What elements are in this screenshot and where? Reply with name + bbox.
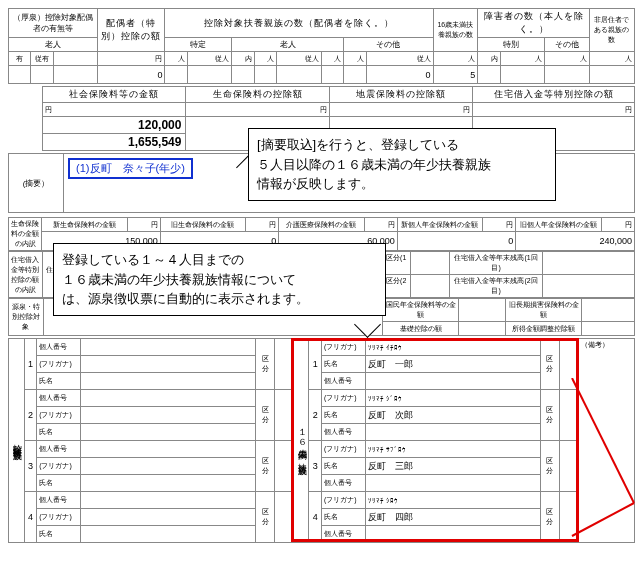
tekiyou-label: (摘要） bbox=[9, 154, 64, 213]
juutaku-breakdown-label: 住宅借入金等特別控除の額の内訳 bbox=[9, 252, 43, 298]
kojinbangou-label-r: 個人番号 bbox=[321, 526, 365, 543]
shimei-label: 氏名 bbox=[321, 356, 365, 373]
dep-furigana: ｿﾘﾏﾁ ｼﾛｳ bbox=[365, 492, 540, 509]
dep-index: 2 bbox=[24, 390, 37, 441]
furigana-label: (フリガナ) bbox=[321, 339, 365, 356]
amount1: 120,000 bbox=[42, 117, 185, 134]
dep-left-header: 控除対象扶養親族 bbox=[9, 339, 25, 543]
kojinbangou-label-r: 個人番号 bbox=[321, 475, 365, 492]
shimei-label-l: 氏名 bbox=[37, 373, 81, 390]
wedge-lines bbox=[554, 378, 639, 543]
shin-nenkin-label: 新個人年金保険料の金額 bbox=[397, 218, 482, 232]
disabled-sonota: その他 bbox=[545, 38, 590, 52]
furigana-label: (フリガナ) bbox=[321, 441, 365, 458]
svg-line-1 bbox=[572, 503, 634, 536]
spouse-sub-rojin: 老人 bbox=[9, 38, 98, 52]
shimei-label: 氏名 bbox=[321, 509, 365, 526]
kisokoujyo-label: 基礎控除の額 bbox=[382, 322, 458, 336]
svg-line-0 bbox=[572, 378, 634, 503]
kojinbangou-label-r: 個人番号 bbox=[321, 424, 365, 441]
shimei-label-l: 氏名 bbox=[37, 526, 81, 543]
seimei-uchiwake-label: 生命保険料の金額の内訳 bbox=[9, 218, 42, 251]
shimei-label: 氏名 bbox=[321, 458, 365, 475]
kubun-label: 区分 bbox=[256, 492, 275, 543]
dep-furigana: ｿﾘﾏﾁ ｻﾌﾞﾛｳ bbox=[365, 441, 540, 458]
kubun-label: 区分 bbox=[256, 390, 275, 441]
spouse-header: （厚泉）控除対象配偶者の有無等 bbox=[9, 9, 98, 38]
furigana-label-l: (フリガナ) bbox=[37, 356, 81, 373]
dependents-header: 控除対象扶養親族の数（配偶者を除く。） bbox=[165, 9, 433, 38]
amount2: 1,655,549 bbox=[42, 134, 185, 151]
dep-name: 反町 三郎 bbox=[365, 458, 540, 475]
tekiyou-content: (1)反町 奈々子(年少) bbox=[68, 158, 193, 179]
furigana-label: (フリガナ) bbox=[321, 390, 365, 407]
shin-nenkin-val: 0 bbox=[397, 232, 516, 251]
shimei-label: 氏名 bbox=[321, 407, 365, 424]
disabled-tokubetsu: 特別 bbox=[478, 38, 545, 52]
dep-sonota: その他 bbox=[344, 38, 433, 52]
kokumin-nenkin-label: 国民年金保険料等の金額 bbox=[382, 299, 458, 322]
kojinbangou-label: 個人番号 bbox=[37, 390, 81, 407]
kyu-seimei-label: 旧生命保険料の金額 bbox=[160, 218, 245, 232]
kyu-nenkin-label: 旧個人年金保険料の金額 bbox=[516, 218, 601, 232]
callout-2: 登録している１～４人目までの １６歳未満の年少扶養親族情報について は、源泉徴収… bbox=[53, 243, 386, 316]
dep-index: 3 bbox=[24, 441, 37, 492]
dep-right-header: １６歳未満の扶養親族 bbox=[293, 339, 309, 543]
dep-rojin: 老人 bbox=[232, 38, 344, 52]
kyu-nenkin-val: 240,000 bbox=[516, 232, 635, 251]
dep-tokutei: 特定 bbox=[165, 38, 232, 52]
shakai-label: 社会保険料等の金額 bbox=[42, 87, 185, 103]
furigana-label: (フリガナ) bbox=[321, 492, 365, 509]
kojinbangou-label: 個人番号 bbox=[37, 339, 81, 356]
spouse-ari-label: 有 bbox=[9, 52, 31, 66]
shimei-label-l: 氏名 bbox=[37, 475, 81, 492]
dep-index: 4 bbox=[24, 492, 37, 543]
shimei-label-l: 氏名 bbox=[37, 424, 81, 441]
kaigo-label: 介護医療保険料の金額 bbox=[279, 218, 364, 232]
dep16-index: 4 bbox=[309, 492, 322, 543]
dep-index: 1 bbox=[24, 339, 37, 390]
shotoku-label: 所得金額調整控除額 bbox=[505, 322, 581, 336]
spouse-juuyou-label: 従有 bbox=[31, 52, 53, 66]
kojinbangou-label-r: 個人番号 bbox=[321, 373, 365, 390]
kojinbangou-label: 個人番号 bbox=[37, 492, 81, 509]
spouse-deduction-header: 配偶者（特別）控除の額 bbox=[98, 9, 165, 52]
furigana-label-l: (フリガナ) bbox=[37, 509, 81, 526]
kubun-label: 区分 bbox=[256, 339, 275, 390]
dep-furigana: ｿﾘﾏﾁ ｲﾁﾛｳ bbox=[365, 339, 540, 356]
furigana-label-l: (フリガナ) bbox=[37, 458, 81, 475]
spouse-deduction-yen: 円 bbox=[98, 52, 165, 66]
kubun-label: 区分 bbox=[256, 441, 275, 492]
dep-furigana: ｿﾘﾏﾁ ｼﾞﾛｳ bbox=[365, 390, 540, 407]
dep-sonota-value: 0 bbox=[366, 66, 433, 84]
dep-name: 反町 四郎 bbox=[365, 509, 540, 526]
dep16-index: 1 bbox=[309, 339, 322, 390]
dep-name: 反町 一郎 bbox=[365, 356, 540, 373]
nonresident-header: 非居住者である親族の数 bbox=[589, 9, 634, 52]
spouse-deduction-value: 0 bbox=[98, 66, 165, 84]
shin-seimei-label: 新生命保険料の金額 bbox=[42, 218, 127, 232]
jishin-label: 地震保険料の控除額 bbox=[329, 87, 472, 103]
top-header-table: （厚泉）控除対象配偶者の有無等 配偶者（特別）控除の額 控除対象扶養親族の数（配… bbox=[8, 8, 635, 84]
under16-value: 5 bbox=[433, 66, 478, 84]
furigana-label-l: (フリガナ) bbox=[37, 407, 81, 424]
disabled-header: 障害者の数（本人を除く。） bbox=[478, 9, 590, 38]
seimei-label: 生命保険料の控除額 bbox=[186, 87, 329, 103]
kyuchouki-label: 旧長期損害保険料の金額 bbox=[505, 299, 581, 322]
callout-1: [摘要取込]を行うと、登録している ５人目以降の１６歳未満の年少扶養親族 情報が… bbox=[248, 128, 556, 201]
dep16-index: 3 bbox=[309, 441, 322, 492]
dep-name: 反町 次郎 bbox=[365, 407, 540, 424]
dependents-table: 控除対象扶養親族 1 個人番号 区分 １６歳未満の扶養親族 1 (フリガナ) ｿ… bbox=[8, 338, 635, 543]
kojinbangou-label: 個人番号 bbox=[37, 441, 81, 458]
under16-header: 16歳未満扶養親族の数 bbox=[433, 9, 478, 52]
dep16-index: 2 bbox=[309, 390, 322, 441]
juutaku-label: 住宅借入金等特別控除の額 bbox=[473, 87, 635, 103]
